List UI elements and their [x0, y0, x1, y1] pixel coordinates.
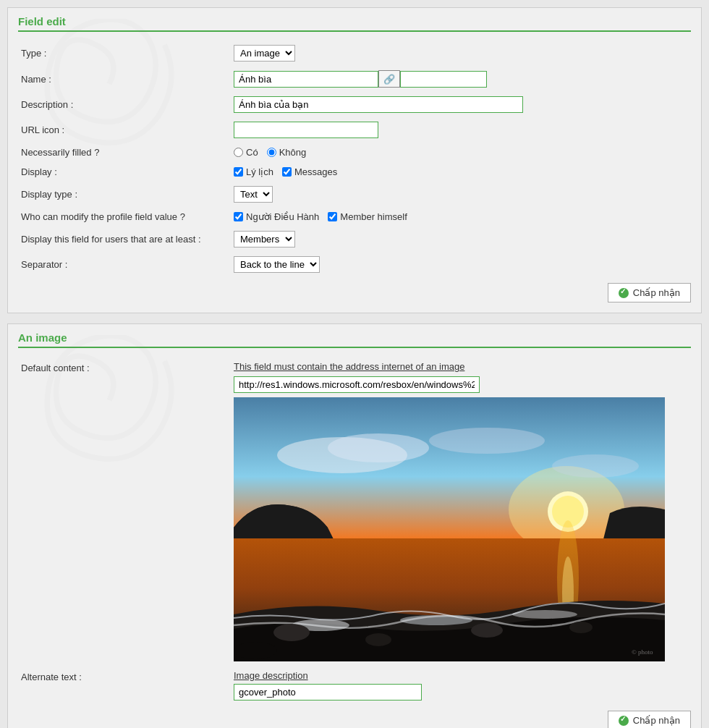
type-label: Type : — [18, 41, 228, 66]
radio-khong-text: Không — [279, 147, 307, 158]
description-cell — [228, 92, 691, 117]
necessarily-row: Necessarily filled ? Có Không — [18, 143, 691, 162]
separator-cell: Back to the line — [228, 252, 691, 277]
display-row: Display : Lý lịch Messages — [18, 162, 691, 182]
radio-co-text: Có — [246, 147, 258, 158]
svg-point-14 — [273, 624, 310, 641]
check-messages-text: Messages — [294, 166, 337, 177]
alt-text-input[interactable] — [234, 684, 422, 701]
default-content-label: Default content : — [18, 357, 228, 666]
preview-image: © photo — [234, 397, 665, 661]
name-extra-input[interactable] — [400, 71, 487, 88]
check-icon — [619, 288, 629, 298]
field-edit-title: Field edit — [18, 15, 691, 32]
display-field-label: Display this field for users that are at… — [18, 227, 228, 252]
display-field-row: Display this field for users that are at… — [18, 227, 691, 252]
alternate-text-label: Alternate text : — [18, 666, 228, 705]
radio-khong[interactable] — [267, 148, 276, 157]
radio-co-label[interactable]: Có — [234, 147, 258, 158]
type-select-wrapper[interactable]: An image — [234, 45, 295, 62]
name-icon-button[interactable]: 🔗 — [378, 70, 400, 88]
default-content-cell: This field must contain the address inte… — [228, 357, 691, 666]
svg-text:© photo: © photo — [632, 648, 653, 656]
who-modify-group: Người Điều Hành Member himself — [234, 211, 688, 222]
url-icon-cell — [228, 117, 691, 143]
name-label: Name : — [18, 66, 228, 92]
field-edit-submit-label: Chấp nhận — [633, 287, 680, 298]
alternate-text-cell: Image description — [228, 666, 691, 705]
an-image-submit-button[interactable]: Chấp nhận — [608, 711, 691, 728]
type-select[interactable]: An image — [234, 45, 295, 62]
default-content-row: Default content : This field must contai… — [18, 357, 691, 666]
url-icon-row: URL icon : — [18, 117, 691, 143]
necessarily-label: Necessarily filled ? — [18, 143, 228, 162]
check-member-himself[interactable] — [328, 212, 337, 221]
an-image-submit-label: Chấp nhận — [633, 715, 680, 726]
display-type-label: Display type : — [18, 182, 228, 207]
name-input[interactable] — [234, 71, 378, 88]
svg-point-17 — [569, 622, 593, 633]
display-cell: Lý lịch Messages — [228, 162, 691, 182]
display-type-select-wrapper[interactable]: Text — [234, 186, 273, 203]
check-messages-label[interactable]: Messages — [282, 166, 337, 177]
necessarily-cell: Có Không — [228, 143, 691, 162]
svg-point-18 — [234, 642, 277, 659]
field-edit-form: Type : An image Name : 🔗 — [18, 41, 691, 277]
an-image-form: Default content : This field must contai… — [18, 357, 691, 705]
type-cell: An image — [228, 41, 691, 66]
separator-label: Separator : — [18, 252, 228, 277]
cursor-icon: 🔗 — [383, 74, 395, 85]
svg-point-6 — [429, 428, 545, 454]
svg-point-13 — [512, 610, 577, 619]
check-nguoi-dieu-hanh-label[interactable]: Người Điều Hành — [234, 211, 319, 222]
separator-select-wrapper[interactable]: Back to the line — [234, 256, 320, 273]
check-nguoi-dieu-hanh-text: Người Điều Hành — [246, 211, 319, 222]
who-modify-row: Who can modify the profile field value ?… — [18, 207, 691, 227]
svg-point-16 — [471, 623, 503, 638]
type-row: Type : An image — [18, 41, 691, 66]
check-messages[interactable] — [282, 167, 292, 177]
display-label: Display : — [18, 162, 228, 182]
an-image-submit-row: Chấp nhận — [18, 705, 691, 728]
field-edit-submit-row: Chấp nhận — [18, 277, 691, 302]
display-field-select[interactable]: Members — [234, 231, 295, 247]
name-field-group: 🔗 — [234, 70, 688, 88]
alt-description-label: Image description — [234, 670, 688, 681]
description-row: Description : — [18, 92, 691, 117]
name-row: Name : 🔗 — [18, 66, 691, 92]
name-cell: 🔗 — [228, 66, 691, 92]
svg-point-5 — [328, 433, 429, 462]
image-url-input[interactable] — [234, 376, 480, 393]
separator-row: Separator : Back to the line — [18, 252, 691, 277]
field-edit-section: Field edit Type : An image Name : 🔗 — [7, 7, 702, 313]
check-nguoi-dieu-hanh[interactable] — [234, 212, 243, 221]
check-icon-2 — [619, 716, 629, 726]
description-input[interactable] — [234, 96, 523, 113]
alternate-text-row: Alternate text : Image description — [18, 666, 691, 705]
display-field-cell: Members — [228, 227, 691, 252]
check-member-himself-label[interactable]: Member himself — [328, 211, 407, 222]
image-content-wrapper: This field must contain the address inte… — [234, 361, 688, 661]
display-checkbox-group: Lý lịch Messages — [234, 166, 688, 177]
svg-point-7 — [552, 454, 639, 478]
check-ly-lich-label[interactable]: Lý lịch — [234, 166, 273, 177]
url-icon-label: URL icon : — [18, 117, 228, 143]
check-ly-lich-text: Lý lịch — [246, 166, 273, 177]
an-image-section: An image Default content : This field mu… — [7, 323, 702, 728]
url-icon-input[interactable] — [234, 122, 378, 138]
display-type-cell: Text — [228, 182, 691, 207]
check-member-himself-text: Member himself — [340, 211, 407, 222]
radio-khong-label[interactable]: Không — [267, 147, 307, 158]
display-type-select[interactable]: Text — [234, 186, 273, 203]
necessarily-radio-group: Có Không — [234, 147, 688, 158]
radio-co[interactable] — [234, 148, 243, 157]
who-modify-cell: Người Điều Hành Member himself — [228, 207, 691, 227]
display-type-row: Display type : Text — [18, 182, 691, 207]
separator-select[interactable]: Back to the line — [234, 256, 320, 273]
display-field-select-wrapper[interactable]: Members — [234, 231, 295, 247]
who-modify-label: Who can modify the profile field value ? — [18, 207, 228, 227]
field-edit-submit-button[interactable]: Chấp nhận — [608, 283, 691, 302]
field-note: This field must contain the address inte… — [234, 361, 688, 372]
check-ly-lich[interactable] — [234, 167, 243, 177]
description-label: Description : — [18, 92, 228, 117]
